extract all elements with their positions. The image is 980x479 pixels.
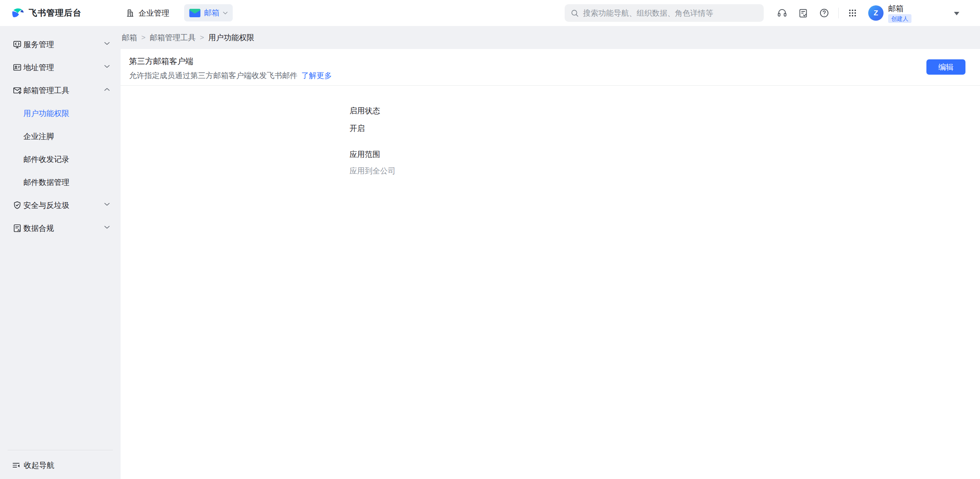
support-button[interactable] [777,8,787,18]
avatar[interactable]: Z [868,5,884,21]
topbar: 飞书管理后台 企业管理 邮箱 [0,0,980,26]
enable-status-value: 开启 [350,124,980,133]
feishu-logo-icon [11,6,24,20]
breadcrumb-separator: > [141,33,145,42]
id-card-icon [13,63,22,72]
tab-enterprise-label: 企业管理 [139,8,169,18]
user-menu[interactable]: 邮箱 创建人 [888,4,911,23]
tab-mail-label: 邮箱 [204,8,219,18]
breadcrumb-item-current: 用户功能权限 [208,33,254,43]
help-button[interactable] [819,8,830,18]
sidebar-subitem-label: 用户功能权限 [23,108,69,119]
global-search[interactable] [565,4,764,22]
page-header: 第三方邮箱客户端 允许指定成员通过第三方邮箱客户端收发飞书邮件 了解更多 编辑 [121,49,980,86]
app-title: 飞书管理后台 [29,7,82,19]
apps-grid-button[interactable] [847,8,858,18]
edit-button[interactable]: 编辑 [926,59,965,75]
user-name: 邮箱 [888,4,911,13]
chevron-down-icon [104,42,110,45]
sidebar-item-address-management[interactable]: 地址管理 [0,56,121,79]
sidebar-item-label: 服务管理 [23,39,54,50]
sidebar-item-label: 安全与反垃圾 [23,200,69,211]
apply-scope-value: 应用到全公司 [350,166,980,175]
topbar-divider [838,8,839,18]
sidebar-item-label: 邮箱管理工具 [23,85,69,96]
svg-text:A: A [18,228,20,232]
document-compliance-icon: A [13,224,22,233]
sidebar-subitem-label: 企业注脚 [23,131,54,142]
sidebar-item-label: 数据合规 [23,223,54,234]
sidebar-item-company-footer[interactable]: 企业注脚 [0,125,121,148]
enable-status-label: 启用状态 [350,106,980,115]
sidebar-item-service-management[interactable]: 服务管理 [0,33,121,56]
sidebar-item-security-antispam[interactable]: 安全与反垃圾 [0,194,121,217]
sidebar: 服务管理 地址管理 邮 [0,26,121,479]
chevron-down-icon [223,11,228,15]
headset-icon [777,8,787,18]
user-role-badge: 创建人 [888,14,911,23]
avatar-letter: Z [874,9,878,17]
sidebar-subitem-label: 邮件收发记录 [23,154,69,165]
collapse-nav-label: 收起导航 [24,460,54,471]
feedback-button[interactable] [798,8,808,18]
search-icon [571,9,579,17]
collapse-nav-icon [11,461,21,470]
tab-enterprise-admin[interactable]: 企业管理 [126,0,169,26]
chevron-down-icon [104,65,110,68]
sidebar-item-mail-data-management[interactable]: 邮件数据管理 [0,171,121,194]
page-subtitle: 允许指定成员通过第三方邮箱客户端收发飞书邮件 [129,70,297,81]
apply-scope-label: 应用范围 [350,150,980,159]
sidebar-footer-divider [8,450,113,450]
monitor-code-icon [13,40,22,49]
question-circle-icon [819,8,830,18]
learn-more-link[interactable]: 了解更多 [301,70,332,81]
sidebar-item-label: 地址管理 [23,62,54,73]
breadcrumb: 邮箱 > 邮箱管理工具 > 用户功能权限 [121,26,980,49]
building-icon [126,8,135,18]
chevron-down-icon [104,203,110,206]
page-title: 第三方邮箱客户端 [129,56,980,67]
sidebar-subitem-label: 邮件数据管理 [23,177,69,188]
sidebar-item-user-feature-permissions[interactable]: 用户功能权限 [0,102,121,125]
breadcrumb-item-mail[interactable]: 邮箱 [122,33,137,43]
sidebar-item-data-compliance[interactable]: A 数据合规 [0,217,121,240]
breadcrumb-separator: > [200,33,204,42]
profile-caret-icon[interactable] [954,12,959,15]
breadcrumb-item-mail-admin-tools[interactable]: 邮箱管理工具 [150,33,196,43]
sidebar-item-mail-admin-tools[interactable]: 邮箱管理工具 [0,79,121,102]
mail-icon [189,8,201,18]
apps-grid-icon [847,8,858,18]
sidebar-item-mail-send-receive-records[interactable]: 邮件收发记录 [0,148,121,171]
chevron-up-icon [104,88,110,91]
shield-check-icon [13,201,22,210]
chevron-down-icon [104,226,110,229]
settings-form: 启用状态 开启 应用范围 应用到全公司 [121,86,980,175]
search-input[interactable] [583,9,751,18]
mail-gear-icon [13,86,22,95]
main-content: 邮箱 > 邮箱管理工具 > 用户功能权限 第三方邮箱客户端 允许指定成员通过第三… [121,26,980,479]
collapse-nav-button[interactable]: 收起导航 [0,454,121,477]
tab-mail[interactable]: 邮箱 [184,4,233,21]
app-logo: 飞书管理后台 [11,6,82,20]
clipboard-check-icon [798,8,808,18]
